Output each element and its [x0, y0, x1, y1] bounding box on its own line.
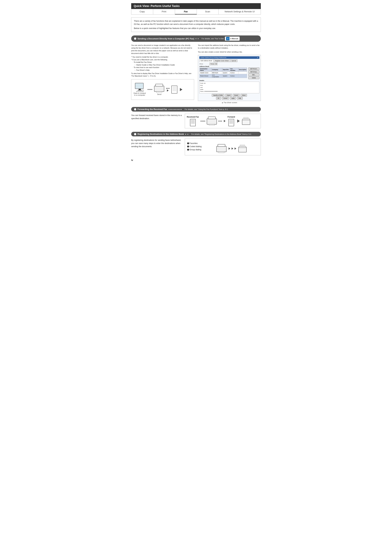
intro-box: There are a variety of fax functions tha…	[131, 17, 261, 32]
section2-left: You can forward received faxes stored in…	[131, 114, 182, 120]
intro-para1: There are a variety of fax functions tha…	[134, 20, 258, 26]
section2-detail: For details, see "Using the Fax Function…	[185, 108, 228, 110]
sc-tab-address[interactable]: Edit Address Book	[199, 59, 214, 62]
bullet-favorites	[187, 142, 189, 144]
th-dept: Dept./Div.	[222, 68, 230, 72]
show-select[interactable]: Person	[209, 63, 218, 65]
note2: * If you are a Macintosh user, see the f…	[131, 58, 194, 61]
tab-copy[interactable]: Copy	[131, 9, 153, 15]
section1-notes: * You need to install the fax driver in …	[131, 56, 194, 77]
show-label: Show:	[199, 63, 209, 65]
ok-button[interactable]: OK	[216, 97, 221, 100]
add-group-button[interactable]: Add Group...	[248, 71, 259, 73]
section1-bullet	[134, 37, 136, 40]
screenshot-footer: Specify a Folder Import Export About	[199, 94, 259, 96]
section1-detail: For details, see "Fax" in the	[201, 38, 224, 40]
note1: * You need to install the fax driver in …	[131, 56, 194, 58]
fwd-printer-icon	[207, 117, 217, 125]
ok-cancel-footer: OK Cancel Apply Help	[199, 97, 259, 100]
section1-left-para: You can send a document or image created…	[131, 44, 194, 55]
tab-print[interactable]: Print	[153, 9, 175, 15]
section3-bullet	[134, 133, 136, 135]
fax-caption: ▲ Fax driver screen	[198, 102, 261, 103]
section1-dots: ● ●	[196, 38, 199, 40]
page-number: iv	[131, 159, 261, 161]
emanual-label: e-Manual.	[230, 38, 239, 40]
emanual-icon: e	[226, 37, 229, 40]
received-fax-label: Received Fax	[187, 116, 199, 118]
tab-network-settings[interactable]: Network Settings & Remote UI	[219, 9, 261, 15]
about-button[interactable]: About	[241, 94, 247, 96]
intro-para2: Below is a quick overview of highlighted…	[134, 27, 258, 30]
import-button[interactable]: Import	[225, 94, 232, 96]
pc-fax-diagram: Data is created in a computer Send	[131, 79, 194, 100]
th-company: Company	[211, 68, 222, 72]
edit-button[interactable]: Edit...	[248, 73, 259, 76]
add-person-button[interactable]: Add Person...	[248, 67, 259, 70]
section3-para: By registering destinations for sending …	[131, 139, 182, 148]
note6: → Fax Driver's Help	[134, 69, 194, 72]
screenshot-tabs[interactable]: Edit Address Book Register Cover Sheet S…	[199, 59, 259, 62]
th-fax: Fax Number	[230, 68, 238, 72]
main-arrow	[180, 88, 182, 91]
help-button[interactable]: Help	[237, 97, 242, 100]
nav-tabs: Copy Print Fax Scan Network Settings & R…	[131, 9, 261, 15]
section2-title: Forwarding the Received Fax	[137, 108, 167, 110]
diagram-label1: Data is created in a computer	[134, 92, 146, 96]
address-table: Destination Name Company Dept./Div. Fax …	[199, 67, 247, 78]
section1-right-para: You can import the address book using th…	[198, 44, 261, 49]
diagram-label2: Send	[157, 93, 161, 95]
addr-printer-icon	[216, 144, 227, 153]
fax-driver-screenshot: Canon Series (FAX) Printing Preferences …	[198, 55, 261, 101]
fwd-dots1	[200, 121, 205, 122]
computer-icon	[135, 83, 144, 92]
section1-right-para2: You can also create a cover sheet for wh…	[198, 51, 261, 53]
section3-left: By registering destinations for sending …	[131, 139, 182, 148]
section3-right: Favorites Coded dialing Group dialing	[185, 139, 261, 155]
note4: → Starter Guide or Mac Fax Driver Instal…	[134, 64, 194, 66]
printer-icon	[154, 84, 164, 93]
export-button[interactable]: Export	[233, 94, 240, 96]
doc-icon	[171, 86, 177, 94]
section3-dots: ● ●	[185, 133, 189, 135]
screenshot-titlebar: Canon Series (FAX) Printing Preferences …	[199, 56, 259, 59]
tab-fax[interactable]: Fax	[175, 9, 197, 15]
section1-right: You can import the address book using th…	[198, 44, 261, 103]
cancel-button[interactable]: Cancel	[222, 97, 229, 100]
fwd-diagram: Received Fax Forward	[185, 114, 261, 128]
section2-header: Forwarding the Received Fax ●●●●●●●●●● F…	[131, 107, 261, 111]
fwd-arrow	[224, 120, 226, 122]
section2-right: Received Fax Forward	[185, 114, 261, 128]
section3-title: Registering Destinations in the Address …	[137, 133, 184, 135]
sc-tab-cover[interactable]: Register Cover Sheet	[214, 59, 230, 62]
emanual-badge: e e-Manual.	[225, 37, 240, 41]
address-buttons: Add Person... Add Group... Edit... Delet…	[248, 67, 259, 79]
fwd-doc-icon	[228, 119, 234, 126]
table-row[interactable]: Robert Brown XYZ Corporation System 513x…	[200, 74, 247, 78]
apply-button[interactable]: Apply	[230, 97, 236, 100]
addr-multi-arrow	[228, 147, 237, 150]
forward-label: Forward	[228, 116, 235, 118]
feature-group-dialing: Group dialing	[187, 149, 203, 151]
bullet-group	[187, 149, 189, 151]
section2-dots: ●●●●●●●●●●	[169, 108, 182, 110]
section2-body: You can forward received faxes stored in…	[131, 114, 261, 128]
note7: To view how to display Mac Fax Driver In…	[131, 72, 194, 77]
specify-folder-button[interactable]: Specify a Folder	[212, 94, 224, 96]
bullet-coded	[187, 146, 189, 147]
tab-scan[interactable]: Scan	[197, 9, 219, 15]
fax-machine-icon	[242, 117, 250, 125]
feature-favorites: Favorites	[187, 142, 203, 145]
note5: · To view how to use each function	[133, 66, 194, 69]
section3-header: Registering Destinations in the Address …	[131, 132, 261, 136]
table-row[interactable]: Natalie Green BBB Bank System 513xxx	[200, 72, 247, 74]
addr-fax-icon	[238, 145, 247, 152]
sc-tab-special[interactable]: Special	[230, 59, 238, 62]
delete-button[interactable]: Delete	[248, 77, 259, 79]
section2-bullet	[134, 108, 136, 110]
section1-body: You can send a document or image created…	[131, 44, 261, 103]
addr-diagram: Favorites Coded dialing Group dialing	[185, 139, 261, 155]
details-panel: Prefix: Mr. First: Last: Suffix: Faxes: …	[199, 82, 259, 93]
section2-para: You can forward received faxes stored in…	[131, 114, 182, 120]
fwd-dots2	[218, 121, 222, 122]
